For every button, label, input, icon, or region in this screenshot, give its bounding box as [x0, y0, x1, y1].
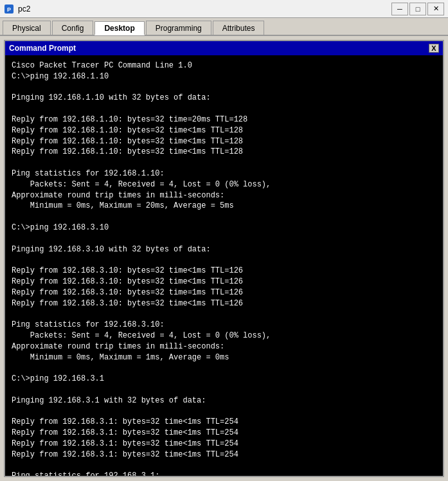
tab-desktop[interactable]: Desktop	[94, 21, 144, 35]
tab-physical[interactable]: Physical	[3, 21, 51, 35]
svg-text:P: P	[7, 6, 11, 13]
cmd-close-button[interactable]: X	[429, 44, 439, 53]
cmd-title-label: Command Prompt	[9, 44, 76, 53]
main-content: Command Prompt X Cisco Packet Tracer PC …	[0, 36, 448, 481]
app-icon: P	[4, 4, 14, 14]
tab-programming[interactable]: Programming	[146, 21, 211, 35]
tab-config[interactable]: Config	[52, 21, 94, 35]
tab-bar: Physical Config Desktop Programming Attr…	[0, 18, 448, 36]
tab-attributes[interactable]: Attributes	[213, 21, 265, 35]
cmd-body[interactable]: Cisco Packet Tracer PC Command Line 1.0 …	[5, 55, 443, 476]
title-bar: P pc2 ─ □ ✕	[0, 0, 448, 18]
window-close-button[interactable]: ✕	[427, 3, 444, 15]
maximize-button[interactable]: □	[409, 3, 426, 15]
title-bar-left: P pc2	[4, 4, 30, 14]
title-bar-controls: ─ □ ✕	[391, 3, 444, 15]
cmd-window: Command Prompt X Cisco Packet Tracer PC …	[4, 40, 444, 477]
minimize-button[interactable]: ─	[391, 3, 408, 15]
cmd-titlebar: Command Prompt X	[5, 41, 443, 55]
app-title: pc2	[18, 5, 30, 14]
